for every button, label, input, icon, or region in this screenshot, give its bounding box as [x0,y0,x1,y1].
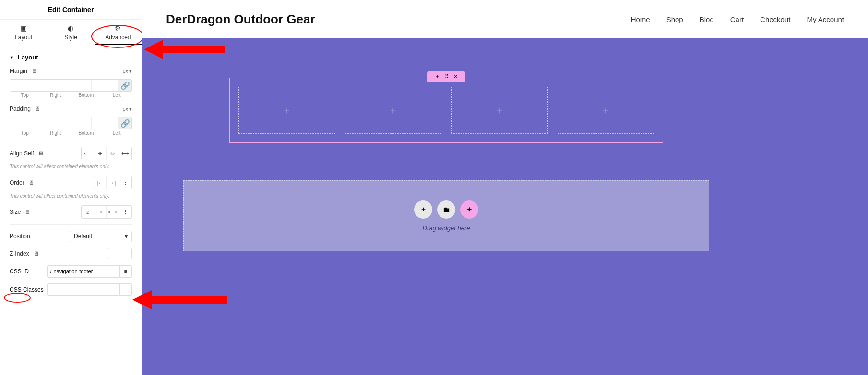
margin-bottom-input[interactable] [64,80,92,91]
zindex-input[interactable] [108,248,132,259]
align-note: This control will affect contained eleme… [0,163,142,173]
order-first-button[interactable]: |← [94,176,107,189]
chevron-down-icon: ▾ [129,106,132,112]
nav-shop[interactable]: Shop [666,15,683,23]
size-none-button[interactable]: ⊘ [82,206,94,218]
editor-panel: Edit Container ▣ Layout ◐ Style ⚙ Advanc… [0,0,142,375]
size-more-button[interactable]: ⋮ [119,206,131,218]
device-icon[interactable]: 🖥 [38,150,44,157]
add-widget-button[interactable]: ＋ [414,200,432,219]
padding-right-input[interactable] [37,117,65,129]
align-start-button[interactable]: ⟸ [82,147,94,160]
cssid-label: CSS ID [10,268,47,275]
nav-cart[interactable]: Cart [730,15,744,23]
style-icon: ◐ [47,24,94,32]
padding-bottom-input[interactable] [64,117,92,129]
zindex-label: Z-Index [10,250,29,257]
device-icon[interactable]: 🖥 [24,209,30,215]
hero-section: ＋ ⠿ ✕ ＋ ＋ ＋ ＋ ＋ 🖿 ✦ Drag widget here [142,38,868,375]
cssid-input[interactable] [47,265,120,278]
cssid-dynamic-button[interactable]: ≡ [120,265,132,278]
column-3[interactable]: ＋ [451,87,548,134]
size-buttons: ⊘ ⇥ ⇤⇥ ⋮ [81,205,132,219]
padding-inputs: 🔗 [10,117,132,129]
tab-style[interactable]: ◐ Style [47,20,94,45]
padding-label: Padding [10,105,31,112]
device-icon[interactable]: 🖥 [31,68,37,74]
order-label: Order [10,179,24,186]
align-self-label: Align Self [10,150,34,157]
order-buttons: |← →| ⋮ [94,176,132,189]
margin-right-input[interactable] [37,80,65,91]
device-icon[interactable]: 🖥 [35,105,40,112]
tab-advanced[interactable]: ⚙ Advanced [95,20,142,45]
margin-inputs: 🔗 [10,79,132,92]
padding-unit[interactable]: px▾ [122,106,132,112]
cssclasses-input[interactable] [47,283,120,296]
padding-top-input[interactable] [10,117,37,129]
order-last-button[interactable]: →| [107,176,119,189]
container-add-icon[interactable]: ＋ [435,73,440,80]
align-stretch-button[interactable]: ⟷ [119,147,131,160]
panel-title: Edit Container [0,0,142,20]
site-header: DerDragon Outdoor Gear Home Shop Blog Ca… [142,0,868,38]
margin-unit[interactable]: px▾ [122,68,132,74]
panel-tabs: ▣ Layout ◐ Style ⚙ Advanced [0,20,142,45]
align-self-buttons: ⟸ ✚ ⟱ ⟷ [81,147,132,160]
padding-link-button[interactable]: 🔗 [119,117,131,129]
nav-blog[interactable]: Blog [700,15,714,23]
align-end-button[interactable]: ⟱ [107,147,119,160]
container-drag-icon[interactable]: ⠿ [445,73,449,80]
margin-top-input[interactable] [10,80,37,91]
layout-icon: ▣ [0,24,47,32]
order-note: This control will affect contained eleme… [0,192,142,202]
nav-account[interactable]: My Account [807,15,844,23]
position-select[interactable]: Default▾ [70,231,132,242]
column-4[interactable]: ＋ [558,87,654,134]
canvas: DerDragon Outdoor Gear Home Shop Blog Ca… [142,0,868,375]
order-more-button[interactable]: ⋮ [119,176,131,189]
advanced-icon: ⚙ [95,24,142,32]
plus-icon: ＋ [495,104,504,117]
margin-link-button[interactable]: 🔗 [119,80,131,91]
container-close-icon[interactable]: ✕ [453,73,458,80]
padding-left-input[interactable] [92,117,119,129]
cssclasses-dynamic-button[interactable]: ≡ [120,283,132,296]
chevron-down-icon: ▾ [125,233,128,240]
nav-checkout[interactable]: Checkout [760,15,790,23]
plus-icon: ＋ [601,104,610,117]
plus-icon: ＋ [282,104,292,117]
column-1[interactable]: ＋ [238,87,335,134]
size-grow-button[interactable]: ⇥ [94,206,107,218]
selected-container[interactable]: ＋ ⠿ ✕ ＋ ＋ ＋ ＋ [229,78,663,143]
site-title: DerDragon Outdoor Gear [166,12,315,27]
margin-label: Margin [10,68,27,74]
device-icon[interactable]: 🖥 [28,179,34,186]
section-layout[interactable]: Layout [0,45,142,65]
tab-layout[interactable]: ▣ Layout [0,20,47,45]
folder-button[interactable]: 🖿 [437,200,455,219]
nav-home[interactable]: Home [631,15,650,23]
ai-button[interactable]: ✦ [460,200,478,219]
chevron-down-icon: ▾ [129,68,132,74]
device-icon[interactable]: 🖥 [33,250,39,257]
container-handle: ＋ ⠿ ✕ [427,71,465,82]
plus-icon: ＋ [388,104,398,117]
dropzone-text: Drag widget here [423,224,470,232]
align-center-button[interactable]: ✚ [94,147,107,160]
column-2[interactable]: ＋ [345,87,442,134]
nav-menu: Home Shop Blog Cart Checkout My Account [631,15,844,23]
size-label: Size [10,209,21,215]
position-label: Position [10,233,30,240]
margin-left-input[interactable] [92,80,119,91]
cssclasses-label: CSS Classes [10,286,47,293]
size-shrink-button[interactable]: ⇤⇥ [107,206,119,218]
widget-dropzone[interactable]: ＋ 🖿 ✦ Drag widget here [183,180,709,251]
